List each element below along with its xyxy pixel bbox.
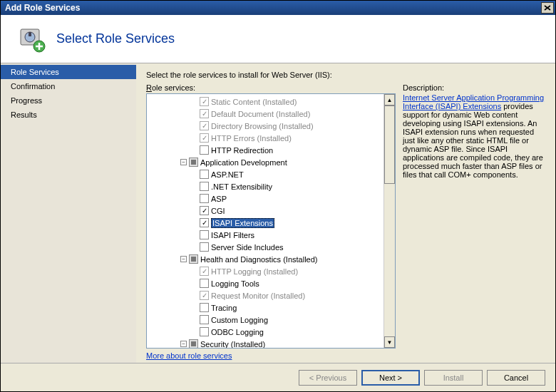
tree-node[interactable]: ✓Directory Browsing (Installed) [148,120,383,132]
tree-node-label[interactable]: ASP [211,195,227,203]
tree-node[interactable]: ✓Request Monitor (Installed) [148,289,383,301]
install-button: Install [424,370,483,386]
sidebar-item-progress[interactable]: Progress [1,93,136,108]
tree-node-label[interactable]: HTTP Errors (Installed) [211,134,292,143]
scroll-down-button[interactable]: ▼ [384,336,395,348]
description-column: Description: Internet Server Application… [403,83,545,360]
wizard-window: Add Role Services Select Role Services R… [0,0,556,392]
checkbox[interactable] [200,170,209,179]
tree-label: Role services: [146,83,396,92]
sidebar-item-role-services[interactable]: Role Services [1,65,136,79]
checkbox: ✓ [200,121,209,130]
tree-node-label[interactable]: Health and Diagnostics (Installed) [200,255,317,264]
wizard-icon [18,25,46,53]
checkbox[interactable] [200,327,209,336]
body: Role Services Confirmation Progress Resu… [1,63,555,363]
footer: < Previous Next > Install Cancel [1,363,555,391]
tree-node-label[interactable]: Security (Installed) [200,340,265,349]
more-about-link[interactable]: More about role services [146,351,396,360]
role-services-tree[interactable]: ✓Static Content (Installed)✓Default Docu… [146,93,396,349]
scroll-up-button[interactable]: ▲ [384,94,395,105]
scroll-thumb[interactable] [384,105,395,184]
instruction-text: Select the role services to install for … [146,71,545,79]
checkbox[interactable] [200,303,209,312]
checkbox[interactable] [189,339,198,348]
checkbox[interactable] [189,158,198,167]
checkbox[interactable] [200,230,209,239]
window-title: Add Role Services [5,3,80,13]
checkbox[interactable] [200,145,209,155]
tree-node[interactable]: Server Side Includes [148,241,383,253]
tree-node[interactable]: −Application Development [148,156,383,168]
checkbox: ✓ [200,291,209,300]
columns: Role services: ✓Static Content (Installe… [146,83,545,360]
tree-node-label[interactable]: Server Side Includes [211,243,284,252]
tree-node-label[interactable]: Request Monitor (Installed) [211,292,305,300]
checkbox[interactable] [189,254,198,264]
tree-node-label[interactable]: HTTP Logging (Installed) [211,267,298,276]
next-button[interactable]: Next > [361,370,420,386]
page-title: Select Role Services [56,31,175,46]
tree-body: ✓Static Content (Installed)✓Default Docu… [147,94,383,348]
checkbox: ✓ [200,97,209,106]
tree-node[interactable]: HTTP Redirection [148,144,383,156]
tree-node[interactable]: −Health and Diagnostics (Installed) [148,253,383,265]
tree-node-label[interactable]: .NET Extensibility [211,182,272,191]
description-label: Description: [403,83,545,92]
tree-node[interactable]: ASP.NET [148,168,383,180]
checkbox[interactable] [200,242,209,252]
checkbox[interactable] [200,182,209,191]
tree-node[interactable]: ✓Default Document (Installed) [148,108,383,120]
tree-node[interactable]: Custom Logging [148,314,383,326]
tree-node[interactable]: ✓CGI [148,205,383,217]
tree-node-label[interactable]: ISAPI Filters [211,231,254,239]
tree-node-label[interactable]: Static Content (Installed) [211,98,297,106]
tree-node[interactable]: −Security (Installed) [148,338,383,348]
checkbox: ✓ [200,133,209,143]
sidebar-item-results[interactable]: Results [1,108,136,122]
tree-node-label[interactable]: ISAPI Extensions [211,218,274,228]
header: Select Role Services [1,15,555,63]
tree-node-label[interactable]: Application Development [200,158,287,167]
tree-node[interactable]: ✓HTTP Errors (Installed) [148,132,383,144]
tree-node-label[interactable]: Tracing [211,304,237,312]
sidebar: Role Services Confirmation Progress Resu… [1,63,136,363]
tree-node[interactable]: ✓HTTP Logging (Installed) [148,265,383,277]
tree-node-label[interactable]: ODBC Logging [211,328,264,336]
tree-node-label[interactable]: Custom Logging [211,316,268,324]
collapse-icon[interactable]: − [180,159,187,165]
tree-node[interactable]: ✓ISAPI Extensions [148,217,383,229]
checkbox: ✓ [200,109,209,118]
collapse-icon[interactable]: − [180,341,187,347]
checkbox[interactable]: ✓ [200,206,209,215]
tree-node-label[interactable]: CGI [211,207,225,215]
scrollbar[interactable]: ▲ ▼ [383,94,395,348]
tree-node[interactable]: ISAPI Filters [148,229,383,241]
description-body: provides support for dynamic Web content… [403,102,543,179]
tree-node-label[interactable]: ASP.NET [211,170,244,179]
tree-node[interactable]: ✓Static Content (Installed) [148,96,383,108]
tree-column: Role services: ✓Static Content (Installe… [146,83,396,360]
tree-node-label[interactable]: Default Document (Installed) [211,110,310,118]
tree-node-label[interactable]: Logging Tools [211,279,259,288]
checkbox[interactable] [200,194,209,203]
svg-rect-2 [29,32,31,36]
tree-node[interactable]: Logging Tools [148,277,383,289]
sidebar-item-confirmation[interactable]: Confirmation [1,79,136,93]
checkbox[interactable] [200,279,209,288]
description-text: Internet Server Application Programming … [403,93,545,179]
tree-node-label[interactable]: Directory Browsing (Installed) [211,122,314,130]
tree-node[interactable]: ASP [148,192,383,205]
checkbox[interactable] [200,315,209,324]
checkbox[interactable]: ✓ [200,218,209,227]
tree-node[interactable]: ODBC Logging [148,326,383,338]
close-button[interactable] [541,2,554,14]
titlebar[interactable]: Add Role Services [1,1,555,15]
tree-node-label[interactable]: HTTP Redirection [211,146,273,155]
tree-node[interactable]: Tracing [148,301,383,314]
collapse-icon[interactable]: − [180,256,187,262]
cancel-button[interactable]: Cancel [487,370,545,386]
checkbox: ✓ [200,267,209,276]
tree-node[interactable]: .NET Extensibility [148,180,383,192]
content: Select the role services to install for … [136,63,555,363]
